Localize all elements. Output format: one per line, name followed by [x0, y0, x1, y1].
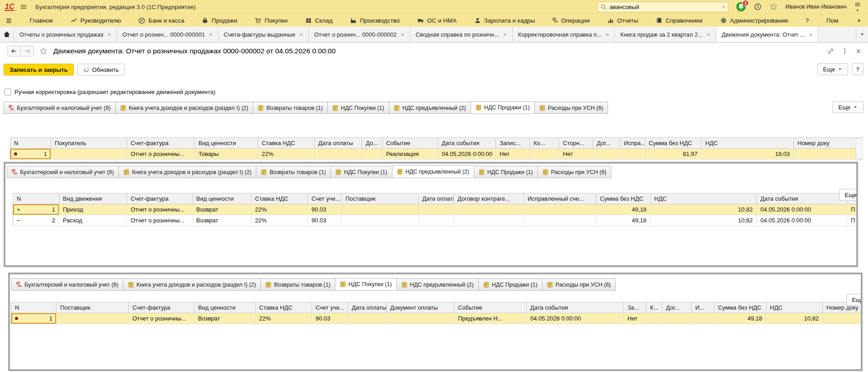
- back-button[interactable]: [7, 46, 21, 57]
- register-tab[interactable]: ДтКтБухгалтерский и налоговый учет (9): [7, 166, 119, 178]
- panel-button[interactable]: [5, 17, 12, 24]
- global-search-input[interactable]: авансовый ×: [597, 2, 728, 12]
- cell[interactable]: Возврат: [194, 313, 255, 324]
- cell[interactable]: [362, 149, 382, 160]
- column-header[interactable]: Дог...: [593, 138, 620, 149]
- column-header[interactable]: НДС: [766, 302, 823, 313]
- cell[interactable]: 90.03: [312, 313, 348, 324]
- register-tab[interactable]: НДС предъявленный (2): [396, 278, 479, 291]
- cell[interactable]: Отчет о розничны...: [127, 204, 193, 215]
- register-tab[interactable]: Расходы при УСН (6): [534, 102, 609, 114]
- refresh-button[interactable]: Обновить: [77, 64, 125, 75]
- cell[interactable]: 90.03: [308, 204, 342, 215]
- column-header[interactable]: Вид движения: [59, 193, 127, 204]
- favorites-icon[interactable]: [769, 3, 778, 11]
- clear-search-icon[interactable]: ×: [722, 4, 726, 10]
- register-tab[interactable]: НДС Продажи (1): [471, 101, 535, 114]
- menu-item[interactable]: Справочники: [656, 17, 703, 24]
- column-header[interactable]: Дата оплаты: [348, 302, 387, 313]
- tabs-overflow-button[interactable]: [856, 27, 868, 42]
- table-row[interactable]: 1Отчет о розничны...Возврат22%90.03Предъ…: [11, 313, 863, 324]
- register-tab[interactable]: НДС Покупки (1): [330, 166, 392, 178]
- window-tab[interactable]: Корректировочная справка п...×: [513, 27, 615, 42]
- column-header[interactable]: НДС: [702, 138, 794, 149]
- cell[interactable]: 10,82: [651, 204, 757, 215]
- column-header[interactable]: Поставщик: [342, 193, 419, 204]
- column-header[interactable]: Исправленный сче...: [524, 193, 596, 204]
- menu-item[interactable]: Администрирование: [720, 17, 788, 24]
- column-header[interactable]: К...: [646, 302, 662, 313]
- column-header[interactable]: Номер доку: [794, 138, 863, 149]
- arrow-right-button[interactable]: [856, 17, 863, 24]
- cell[interactable]: [692, 313, 714, 324]
- column-header[interactable]: Сумма без НДС: [596, 193, 651, 204]
- cell[interactable]: [315, 149, 362, 160]
- register-tab[interactable]: Возвраты товаров (1): [256, 166, 331, 178]
- cell[interactable]: [387, 313, 454, 324]
- register-tab[interactable]: Расходы при УСН (6): [542, 278, 616, 291]
- cell[interactable]: Отчет о розничны...: [127, 149, 195, 160]
- column-header[interactable]: Дата события: [438, 138, 496, 149]
- column-header[interactable]: Сумма без НДС: [714, 302, 766, 313]
- cell[interactable]: 49,18: [714, 313, 766, 324]
- close-tab-icon[interactable]: ×: [299, 31, 303, 38]
- cell[interactable]: Расход: [59, 215, 127, 226]
- menu-item[interactable]: Покупки: [255, 17, 288, 24]
- close-form-icon[interactable]: [855, 48, 862, 54]
- column-header[interactable]: И...: [692, 302, 714, 313]
- cell[interactable]: 10,82: [651, 215, 757, 226]
- column-header[interactable]: Покупатель: [51, 138, 127, 149]
- history-icon[interactable]: [754, 3, 762, 11]
- column-header[interactable]: Ставка НДС: [251, 193, 308, 204]
- register-tab[interactable]: Книга учета доходов и расходов (раздел I…: [118, 166, 257, 178]
- column-header[interactable]: Дата события: [757, 193, 847, 204]
- column-header[interactable]: Вид ценности: [193, 193, 251, 204]
- register-tab[interactable]: НДС Покупки (1): [335, 278, 397, 291]
- cell[interactable]: 04.05.2026 0:00:00: [438, 149, 496, 160]
- cell[interactable]: [419, 215, 454, 226]
- cell[interactable]: 1: [10, 149, 51, 160]
- cell[interactable]: [662, 313, 692, 324]
- column-header[interactable]: До...: [362, 138, 382, 149]
- column-header[interactable]: Дата оплаты: [419, 193, 454, 204]
- cell[interactable]: 90.03: [308, 215, 342, 226]
- column-header[interactable]: Ставка НДС: [255, 302, 312, 313]
- cell[interactable]: 04.05.2026 0:00:00: [757, 215, 847, 226]
- cell[interactable]: +1: [13, 204, 59, 215]
- cell[interactable]: [524, 215, 596, 226]
- table-row[interactable]: −2РасходОтчет о розничны...Возврат22%90.…: [13, 215, 859, 226]
- window-tab[interactable]: Отчет о рознич... 0000-000002×: [309, 27, 410, 42]
- cell[interactable]: [57, 313, 129, 324]
- cell[interactable]: [823, 313, 863, 324]
- register-tab[interactable]: НДС Продажи (1): [474, 166, 538, 178]
- add-favorite-icon[interactable]: [39, 47, 47, 55]
- vertical-scrollbar[interactable]: [856, 138, 863, 159]
- more-button[interactable]: Еще: [817, 63, 848, 75]
- cell[interactable]: [342, 204, 419, 215]
- help-button[interactable]: ?: [852, 63, 863, 75]
- cell[interactable]: [342, 215, 419, 226]
- cell[interactable]: 18,03: [702, 149, 794, 160]
- column-header[interactable]: N: [10, 138, 51, 149]
- cell[interactable]: Отчет о розничны...: [129, 313, 194, 324]
- forward-button[interactable]: [20, 46, 34, 57]
- menu-item[interactable]: Руководителю: [71, 17, 121, 24]
- window-tab[interactable]: Отчеты о розничных продажах×: [14, 27, 117, 42]
- menu-item[interactable]: ДтКтОперации: [552, 17, 590, 24]
- close-tab-icon[interactable]: ×: [209, 31, 212, 38]
- cell[interactable]: 22%: [251, 215, 308, 226]
- column-header[interactable]: Сторн...: [559, 138, 593, 149]
- column-header[interactable]: Дата события: [527, 302, 624, 313]
- cell[interactable]: 22%: [258, 149, 315, 160]
- column-header[interactable]: Счет уче...: [312, 302, 348, 313]
- home-button[interactable]: [0, 27, 14, 42]
- menu-item[interactable]: Пом: [826, 17, 839, 24]
- save-and-close-button[interactable]: Записать и закрыть: [4, 64, 74, 75]
- window-tab[interactable]: Счета-фактуры выданные×: [218, 27, 309, 42]
- column-header[interactable]: Счет-фактура: [127, 138, 195, 149]
- more-button[interactable]: Еще: [846, 294, 863, 306]
- checkbox[interactable]: [5, 89, 11, 95]
- cell[interactable]: Отчет о розничны...: [127, 215, 193, 226]
- close-tab-icon[interactable]: ×: [401, 31, 405, 38]
- menu-item[interactable]: ОС и НМА: [417, 17, 457, 24]
